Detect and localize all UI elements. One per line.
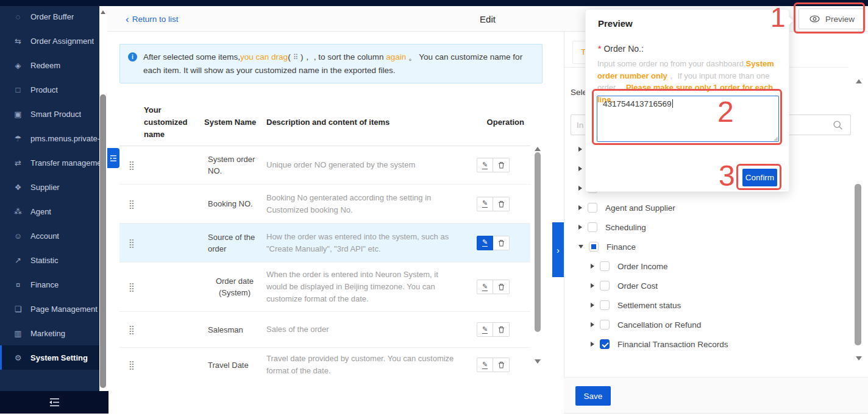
- delete-button[interactable]: [493, 158, 510, 172]
- sidebar-item-agent[interactable]: ⁂Agent: [0, 199, 99, 224]
- delete-button[interactable]: [493, 197, 510, 211]
- menu-fold-icon[interactable]: [49, 398, 60, 407]
- umbrella-icon: ☂: [13, 134, 23, 143]
- sidebar-item-private-tour[interactable]: ☂pms.menus.private-t: [0, 126, 99, 150]
- delete-button[interactable]: [493, 322, 510, 337]
- sidebar-item-account[interactable]: ☺Account: [0, 224, 99, 248]
- caret-down-icon[interactable]: [578, 245, 583, 249]
- banner-drag-link[interactable]: you can drag: [240, 52, 288, 62]
- drag-handle-icon[interactable]: ⣿: [119, 282, 144, 292]
- panel-scroll-down-arrow-icon[interactable]: [856, 356, 862, 361]
- checkbox-unchecked[interactable]: [600, 300, 610, 310]
- signpost-icon: ⇆: [13, 37, 23, 46]
- caret-right-icon[interactable]: [591, 264, 594, 269]
- checkbox-unchecked[interactable]: [588, 203, 597, 213]
- preview-popover: Preview *Order No.: Input some order no …: [585, 9, 789, 192]
- drag-dots-icon: ⠿: [293, 53, 298, 62]
- trash-icon: [498, 283, 505, 291]
- expand-panel-tab[interactable]: ›: [552, 222, 564, 277]
- panel-scroll-up-arrow-icon[interactable]: [856, 79, 862, 83]
- table-scroll-up-arrow-icon[interactable]: [535, 147, 541, 151]
- return-to-list-link[interactable]: ‹ Return to list: [126, 6, 178, 32]
- checkbox-unchecked[interactable]: [600, 281, 610, 291]
- sidebar-item-page-management[interactable]: ❏Page Management: [0, 297, 99, 321]
- description-cell: When the order is entered into Neuron Sy…: [266, 269, 469, 305]
- edit-button[interactable]: ✎: [477, 158, 493, 172]
- preview-button-label: Preview: [825, 15, 855, 24]
- drag-handle-icon[interactable]: ⣿: [119, 325, 144, 334]
- sitemap-icon: ⁂: [13, 207, 23, 216]
- edit-button-active[interactable]: ✎: [477, 236, 493, 250]
- delete-button[interactable]: [493, 236, 510, 250]
- table-scroll-down-arrow-icon[interactable]: [535, 359, 541, 364]
- confirm-button[interactable]: Confirm: [742, 169, 777, 186]
- sidebar-item-system-setting[interactable]: ⚙System Setting: [0, 345, 99, 370]
- scroll-up-arrow-icon[interactable]: [101, 10, 105, 14]
- drag-handle-icon[interactable]: ⣿: [119, 238, 144, 248]
- sidebar-item-order-buffer[interactable]: ◌Order Buffer: [0, 6, 99, 29]
- tree-item-label: Finance: [607, 242, 636, 252]
- system-name-cell: Travel Date: [204, 359, 266, 371]
- sidebar-scrollbar[interactable]: [99, 6, 107, 414]
- caret-right-icon[interactable]: [578, 166, 582, 171]
- table-row: ⣿ Travel Date Travel date provided by cu…: [119, 348, 530, 382]
- sidebar-item-label: Order Assignment: [30, 37, 94, 46]
- drag-handle-icon[interactable]: ⣿: [119, 199, 144, 209]
- drag-handle-icon[interactable]: ⣿: [119, 360, 144, 370]
- checkbox-unchecked[interactable]: [588, 222, 597, 232]
- sidebar-item-product[interactable]: □Product: [0, 77, 99, 102]
- caret-right-icon[interactable]: [591, 322, 594, 327]
- caret-right-icon[interactable]: [578, 147, 582, 152]
- save-button[interactable]: Save: [575, 386, 611, 406]
- tree-item-finance[interactable]: Finance: [564, 237, 851, 256]
- sidebar-item-finance[interactable]: ¤Finance: [0, 272, 99, 297]
- tree-item-order-income[interactable]: Order Income: [564, 256, 851, 276]
- caret-right-icon[interactable]: [578, 205, 582, 210]
- delete-button[interactable]: [493, 358, 510, 372]
- edit-button[interactable]: ✎: [477, 358, 493, 372]
- sidebar-item-redeem[interactable]: ◈Redeem: [0, 53, 99, 77]
- caret-right-icon[interactable]: [591, 283, 594, 288]
- medal-icon: ❖: [13, 183, 23, 192]
- search-icon[interactable]: [833, 120, 843, 130]
- trash-icon: [498, 361, 505, 368]
- tree-item-agent-and-supplier[interactable]: Agent and Supplier: [564, 198, 851, 217]
- sidebar-item-supplier[interactable]: ❖Supplier: [0, 175, 99, 199]
- banner-again-link[interactable]: again: [386, 52, 406, 62]
- panel-scrollbar-thumb[interactable]: [855, 184, 861, 345]
- tree-item-order-cost[interactable]: Order Cost: [564, 276, 851, 295]
- edit-button[interactable]: ✎: [477, 280, 493, 294]
- delete-button[interactable]: [493, 280, 510, 294]
- caret-right-icon[interactable]: [591, 303, 594, 308]
- tree-item-settlement-status[interactable]: Settlement status: [564, 295, 851, 315]
- tree-item-financial-transaction-records[interactable]: Financial Transaction Records: [564, 334, 851, 354]
- resize-handle-icon[interactable]: ◢: [774, 136, 778, 141]
- drag-handle-icon[interactable]: ⣿: [119, 160, 144, 170]
- sidebar-item-smart-product[interactable]: ▣Smart Product: [0, 102, 99, 126]
- box-icon: ◈: [13, 61, 23, 70]
- order-no-textarea[interactable]: 431754413716569 ◢: [597, 96, 779, 142]
- checkbox-checked[interactable]: [600, 339, 610, 349]
- pencil-icon: ✎: [482, 326, 488, 334]
- preview-button[interactable]: Preview: [799, 9, 866, 29]
- checkbox-unchecked[interactable]: [600, 320, 610, 330]
- caret-right-icon[interactable]: [591, 342, 594, 347]
- caret-right-icon[interactable]: [578, 186, 582, 191]
- caret-right-icon[interactable]: [578, 225, 582, 230]
- checkbox-indeterminate[interactable]: [589, 242, 599, 252]
- edit-button[interactable]: ✎: [477, 197, 493, 211]
- field-label-text: Order No.:: [603, 44, 643, 54]
- sidebar-item-label: Product: [30, 85, 58, 94]
- checkbox-unchecked[interactable]: [600, 261, 610, 271]
- sidebar-item-statistic[interactable]: ↗Statistic: [0, 248, 99, 272]
- table-scrollbar-thumb[interactable]: [535, 152, 541, 332]
- tree-item-scheduling[interactable]: Scheduling: [564, 217, 851, 237]
- edit-button[interactable]: ✎: [477, 322, 493, 337]
- sidebar-item-marketing[interactable]: ▥Marketing: [0, 321, 99, 345]
- collapse-menu-float-button[interactable]: [107, 148, 119, 168]
- sidebar-item-transfer-management[interactable]: ⇄Transfer managemen: [0, 150, 99, 175]
- sidebar-item-order-assignment[interactable]: ⇆Order Assignment: [0, 29, 99, 53]
- scrollbar-thumb[interactable]: [100, 94, 106, 388]
- main-content: i After selected some items,you can drag…: [107, 32, 564, 416]
- tree-item-cancellation-or-refund[interactable]: Cancellation or Refund: [564, 315, 851, 334]
